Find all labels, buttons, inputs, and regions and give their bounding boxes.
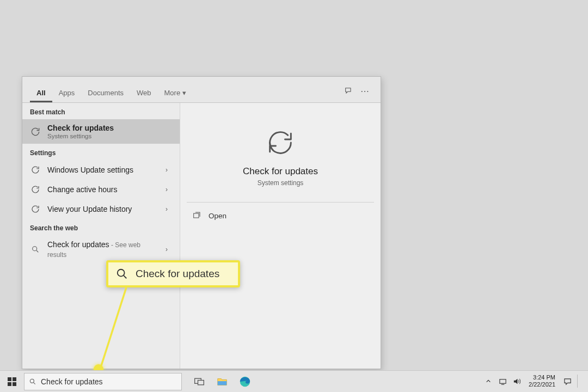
svg-rect-13 (198, 380, 204, 384)
feedback-icon[interactable] (340, 83, 357, 99)
search-icon (116, 268, 128, 280)
tray-clock[interactable]: 3:24 PM 2/22/2021 (526, 374, 558, 388)
result-title: Check for updates (47, 240, 109, 249)
chevron-right-icon: › (166, 186, 172, 193)
detail-subtitle: System settings (187, 179, 374, 187)
taskbar-search-text: Check for updates (41, 377, 103, 386)
tab-more[interactable]: More▾ (158, 84, 193, 102)
annotation-text: Check for updates (136, 268, 219, 280)
search-icon (30, 244, 41, 255)
tray-volume-icon[interactable] (512, 377, 521, 385)
start-search-panel: All Apps Documents Web More▾ ⋯ Best matc… (22, 76, 381, 369)
open-icon (192, 211, 201, 220)
annotation-callout: Check for updates (106, 260, 240, 287)
tray-action-center-icon[interactable] (563, 377, 572, 385)
file-explorer-icon[interactable] (216, 375, 229, 388)
result-view-update-history[interactable]: View your Update history › (22, 199, 180, 219)
result-title: Windows Update settings (47, 166, 159, 174)
system-tray: 3:24 PM 2/22/2021 (484, 370, 585, 392)
svg-line-4 (124, 275, 126, 278)
tab-documents[interactable]: Documents (81, 84, 130, 102)
svg-line-1 (36, 250, 38, 252)
result-title: Change active hours (47, 185, 159, 194)
result-check-for-updates[interactable]: Check for updates System settings (22, 119, 180, 144)
result-web-check-for-updates[interactable]: Check for updates - See web results › (22, 235, 180, 264)
tray-chevron-up-icon[interactable] (484, 377, 493, 385)
task-view-icon[interactable] (193, 375, 206, 388)
search-icon (29, 378, 36, 385)
start-button[interactable] (0, 371, 24, 393)
result-title: Check for updates (47, 124, 172, 132)
svg-rect-16 (499, 379, 505, 383)
section-settings: Settings (22, 144, 180, 160)
refresh-icon (30, 126, 41, 137)
tray-date: 2/22/2021 (529, 381, 555, 388)
svg-rect-6 (8, 377, 11, 381)
results-list: Best match Check for updates System sett… (22, 103, 180, 369)
action-label: Open (209, 212, 226, 220)
svg-rect-8 (8, 382, 11, 386)
taskbar-search-box[interactable]: Check for updates (24, 373, 182, 390)
svg-rect-2 (194, 213, 199, 218)
svg-rect-7 (13, 377, 16, 381)
tray-time: 3:24 PM (529, 374, 555, 381)
search-tabs: All Apps Documents Web More▾ ⋯ (22, 77, 381, 103)
svg-point-3 (118, 270, 125, 277)
tab-web[interactable]: Web (130, 84, 158, 102)
more-options-icon[interactable]: ⋯ (357, 83, 373, 99)
svg-rect-9 (13, 382, 16, 386)
show-desktop-button[interactable] (577, 375, 585, 388)
tab-all[interactable]: All (30, 84, 52, 102)
chevron-right-icon: › (166, 246, 172, 253)
refresh-icon (30, 164, 41, 175)
refresh-icon (30, 184, 41, 195)
tray-network-icon[interactable] (498, 377, 507, 385)
chevron-right-icon: › (166, 205, 172, 213)
refresh-icon (30, 204, 41, 215)
chevron-right-icon: › (166, 166, 172, 174)
result-detail-pane: Check for updates System settings Open (180, 103, 381, 369)
svg-point-10 (30, 379, 34, 383)
result-change-active-hours[interactable]: Change active hours › (22, 180, 180, 199)
section-search-web: Search the web (22, 219, 180, 235)
taskbar: Check for updates 3:24 PM 2/22/2021 (0, 370, 588, 392)
result-title: View your Update history (47, 205, 159, 213)
tab-apps[interactable]: Apps (52, 84, 82, 102)
svg-point-0 (33, 247, 37, 251)
result-subtitle: System settings (47, 133, 172, 139)
action-open[interactable]: Open (187, 203, 374, 229)
svg-line-11 (34, 382, 35, 384)
detail-title: Check for updates (187, 166, 374, 177)
section-best-match: Best match (22, 103, 180, 119)
refresh-large-icon (265, 127, 296, 158)
result-windows-update-settings[interactable]: Windows Update settings › (22, 160, 180, 180)
chevron-down-icon: ▾ (182, 89, 186, 97)
edge-browser-icon[interactable] (238, 375, 252, 388)
svg-rect-14 (218, 381, 227, 385)
